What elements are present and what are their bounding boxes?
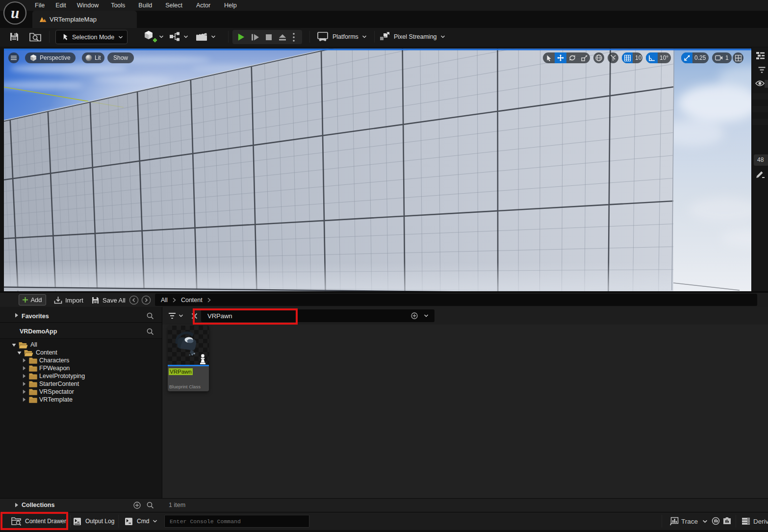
svg-text:u: u xyxy=(11,4,19,22)
